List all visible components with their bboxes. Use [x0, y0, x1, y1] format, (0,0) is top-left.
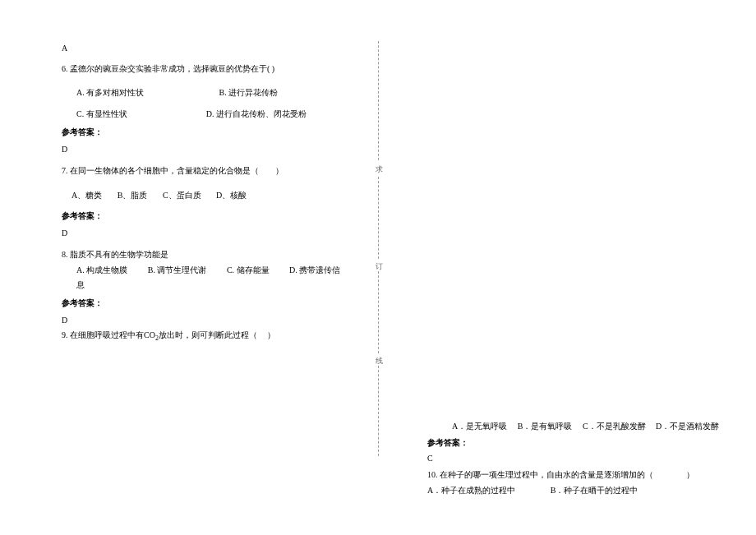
q7-opt-a: A、糖类	[71, 191, 102, 200]
q9-opt-a: A．是无氧呼吸	[452, 422, 507, 431]
q8-answer-value: D	[62, 316, 362, 325]
q10-opt-a: A．种子在成熟的过程中	[427, 483, 515, 498]
q8-opt-c: C. 储存能量	[227, 265, 270, 274]
q6-answer-label: 参考答案：	[62, 127, 362, 138]
q7-opt-b: B、脂质	[118, 191, 148, 200]
q10-opt-b: B．种子在晒干的过程中	[551, 486, 638, 495]
q6-opt-b: B. 进行异花传粉	[219, 85, 362, 100]
q9-opt-c: C．不是乳酸发酵	[583, 422, 646, 431]
q9-text: 9. 在细胞呼吸过程中有CO2放出时，则可判断此过程（ ）	[62, 328, 362, 344]
q6-text: 6. 孟德尔的豌豆杂交实验非常成功，选择豌豆的优势在于( )	[62, 62, 362, 76]
q7-answer-value: D	[62, 228, 362, 238]
left-column: A 6. 孟德尔的豌豆杂交实验非常成功，选择豌豆的优势在于( ) A. 有多对相…	[0, 0, 378, 535]
q6-opt-a: A. 有多对相对性状	[76, 85, 219, 100]
q7-opt-c: C、蛋白质	[163, 191, 201, 200]
q6-options-row2: C. 有显性性状 D. 进行自花传粉、闭花受粉	[62, 107, 362, 122]
q6-options-row1: A. 有多对相对性状 B. 进行异花传粉	[62, 85, 362, 100]
q10-options: A．种子在成熟的过程中 B．种子在晒干的过程中	[427, 483, 731, 498]
q9-opt-d: D．不是酒精发酵	[656, 422, 719, 431]
q9-answer-value: C	[427, 454, 731, 463]
right-spacer	[427, 41, 731, 419]
q9-text-post: 放出时，则可判断此过程（ ）	[159, 330, 276, 339]
q7-answer-label: 参考答案：	[62, 210, 362, 222]
q10-text: 10. 在种子的哪一项生理过程中，自由水的含量是逐渐增加的（ ）	[427, 468, 731, 482]
q7-options: A、糖类 B、脂质 C、蛋白质 D、核酸	[62, 187, 362, 204]
prev-answer-a: A	[62, 41, 362, 55]
q8-opt-b: B. 调节生理代谢	[148, 265, 207, 274]
q9-text-pre: 9. 在细胞呼吸过程中有CO	[62, 330, 155, 339]
q8-text: 8. 脂质不具有的生物学功能是	[62, 247, 362, 261]
q6-opt-c: C. 有显性性状	[76, 107, 206, 122]
q7-text: 7. 在同一生物体的各个细胞中，含量稳定的化合物是（ ）	[62, 164, 362, 178]
q8-options: A. 构成生物膜 B. 调节生理代谢 C. 储存能量 D. 携带遗传信息	[62, 263, 362, 293]
q6-answer-value: D	[62, 145, 362, 154]
q9-answer-label: 参考答案：	[427, 437, 731, 449]
q9-opt-b: B．是有氧呼吸	[518, 422, 573, 431]
right-column: A．是无氧呼吸 B．是有氧呼吸 C．不是乳酸发酵 D．不是酒精发酵 参考答案： …	[378, 0, 756, 535]
q6-opt-d: D. 进行自花传粉、闭花受粉	[206, 107, 362, 122]
q9-options: A．是无氧呼吸 B．是有氧呼吸 C．不是乳酸发酵 D．不是酒精发酵	[427, 419, 731, 434]
q7-opt-d: D、核酸	[216, 191, 247, 200]
q8-opt-a: A. 构成生物膜	[76, 265, 127, 274]
q8-answer-label: 参考答案：	[62, 297, 362, 309]
